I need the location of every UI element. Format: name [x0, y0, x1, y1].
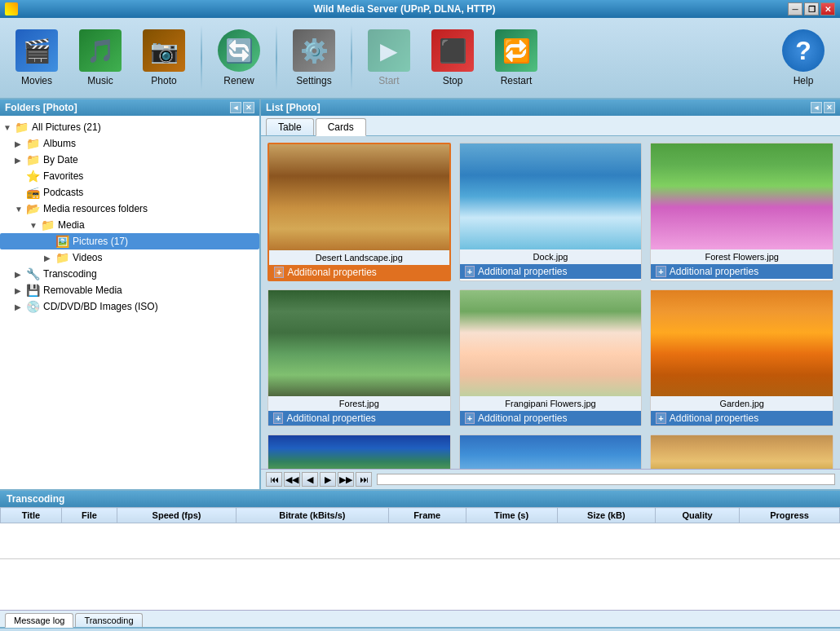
- close-button[interactable]: ✕: [820, 2, 835, 15]
- expander-pictures: [44, 237, 55, 246]
- tab-message-log[interactable]: Message log: [5, 613, 73, 628]
- toolbar-separator-1: [201, 25, 202, 90]
- expander-favorites: [15, 172, 26, 181]
- tree-item-pictures[interactable]: 🖼️ Pictures (17): [0, 233, 259, 249]
- renew-button[interactable]: Renew: [209, 21, 269, 95]
- right-panel-pin-button[interactable]: ◄: [811, 102, 822, 113]
- card-props-desert[interactable]: + Additional properties: [269, 265, 449, 280]
- card-image-garden: [651, 290, 833, 396]
- nav-next-fast-button[interactable]: ▶▶: [338, 472, 354, 487]
- toolbar: Movies Music Photo Renew Settings Start …: [0, 18, 840, 99]
- nav-prev-fast-button[interactable]: ◀◀: [284, 472, 300, 487]
- tree-item-media[interactable]: ▼ 📁 Media: [0, 217, 259, 233]
- panels-row: Folders [Photo] ◄ ✕ ▼ 📁 All Pictures (21…: [0, 99, 840, 489]
- col-file: File: [61, 508, 117, 523]
- transcoding-table: Title File Speed (fps) Bitrate (kBits/s)…: [0, 507, 840, 558]
- tab-table[interactable]: Table: [266, 118, 314, 135]
- tree-item-all-pictures[interactable]: ▼ 📁 All Pictures (21): [0, 119, 259, 135]
- help-label: Help: [794, 75, 814, 86]
- tree-item-podcasts[interactable]: 📻 Podcasts: [0, 184, 259, 201]
- tab-cards[interactable]: Cards: [316, 118, 366, 136]
- props-plus-forest-flowers: +: [656, 266, 665, 277]
- left-panel: Folders [Photo] ◄ ✕ ▼ 📁 All Pictures (21…: [0, 99, 261, 489]
- label-media-resources: Media resources folders: [43, 203, 148, 214]
- props-label-forest-flowers: Additional properties: [670, 266, 758, 277]
- movies-button[interactable]: Movies: [7, 21, 67, 95]
- label-favorites: Favorites: [43, 170, 83, 182]
- tab-transcoding-bottom[interactable]: Transcoding: [75, 613, 142, 627]
- help-button[interactable]: Help: [773, 21, 833, 95]
- nav-last-button[interactable]: ⏭: [356, 472, 372, 487]
- col-quality: Quality: [656, 508, 740, 523]
- restart-button[interactable]: Restart: [486, 21, 546, 95]
- props-plus-desert: +: [274, 267, 284, 278]
- tree-item-removable[interactable]: ▶ 💾 Removable Media: [0, 282, 259, 298]
- icon-favorites: ⭐: [26, 170, 40, 183]
- card-props-dock[interactable]: + Additional properties: [460, 264, 642, 279]
- card-title-frangipani: Frangipani Flowers.jpg: [460, 396, 642, 411]
- card-props-frangipani[interactable]: + Additional properties: [460, 411, 642, 426]
- start-button[interactable]: Start: [359, 21, 419, 95]
- folders-title: Folders [Photo]: [5, 102, 77, 113]
- card-props-garden[interactable]: + Additional properties: [651, 411, 833, 426]
- card-image-desert: [269, 144, 449, 250]
- restore-button[interactable]: ❐: [804, 2, 819, 15]
- tree-item-albums[interactable]: ▶ 📁 Albums: [0, 135, 259, 152]
- expander-removable: ▶: [15, 286, 26, 295]
- tree-item-media-resources[interactable]: ▼ 📂 Media resources folders: [0, 201, 259, 217]
- tree-item-by-date[interactable]: ▶ 📁 By Date: [0, 152, 259, 168]
- expander-by-date: ▶: [15, 156, 26, 165]
- panel-pin-button[interactable]: ◄: [230, 102, 241, 113]
- panel-close-button[interactable]: ✕: [243, 102, 254, 113]
- icon-removable: 💾: [26, 284, 40, 297]
- col-title: Title: [1, 508, 62, 523]
- props-label-dock: Additional properties: [478, 266, 567, 277]
- card-title-forest-flowers: Forest Flowers.jpg: [651, 249, 833, 264]
- props-plus-garden: +: [656, 413, 665, 424]
- start-icon: [368, 29, 410, 72]
- card-props-forest-flowers[interactable]: + Additional properties: [651, 264, 833, 279]
- nav-prev-button[interactable]: ◀: [302, 472, 318, 487]
- movies-label: Movies: [21, 75, 52, 86]
- tree-item-cdrom[interactable]: ▶ 💿 CD/DVD/BD Images (ISO): [0, 298, 259, 315]
- music-button[interactable]: Music: [70, 21, 130, 95]
- tree-item-favorites[interactable]: ⭐ Favorites: [0, 168, 259, 184]
- card-frangipani[interactable]: Frangipani Flowers.jpg + Additional prop…: [459, 289, 643, 426]
- cards-grid: Desert Landscape.jpg + Additional proper…: [261, 136, 840, 469]
- photo-button[interactable]: Photo: [134, 21, 194, 95]
- props-plus-forest: +: [273, 413, 283, 424]
- toolbar-separator-2: [276, 25, 277, 90]
- tree-item-transcoding-tree[interactable]: ▶ 🔧 Transcoding: [0, 266, 259, 282]
- restart-label: Restart: [501, 75, 533, 86]
- card-forest[interactable]: Forest.jpg + Additional properties: [267, 289, 451, 426]
- col-bitrate: Bitrate (kBits/s): [237, 508, 389, 523]
- nav-scrollbar[interactable]: [377, 474, 835, 485]
- card-dock[interactable]: Dock.jpg + Additional properties: [459, 143, 643, 281]
- card-image-forest-flowers: [651, 143, 833, 249]
- col-frame: Frame: [388, 508, 466, 523]
- stop-button[interactable]: Stop: [422, 21, 483, 95]
- nav-first-button[interactable]: ⏮: [266, 472, 282, 487]
- right-panel-close-button[interactable]: ✕: [824, 102, 835, 113]
- card-whale[interactable]: [459, 435, 643, 469]
- icon-media-resources: 📂: [26, 202, 40, 215]
- tree-item-videos[interactable]: ▶ 📁 Videos: [0, 249, 259, 266]
- col-size: Size (kB): [557, 508, 655, 523]
- stop-icon: [431, 29, 474, 72]
- expander-media-resources: ▼: [15, 205, 26, 214]
- card-title-desert: Desert Landscape.jpg: [269, 250, 449, 265]
- icon-pictures: 🖼️: [55, 235, 69, 248]
- card-dunes[interactable]: [650, 435, 833, 469]
- nav-next-button[interactable]: ▶: [320, 472, 336, 487]
- label-albums: Albums: [43, 138, 76, 149]
- card-desert[interactable]: Desert Landscape.jpg + Additional proper…: [267, 143, 451, 281]
- app-icon: [5, 2, 18, 15]
- settings-button[interactable]: Settings: [284, 21, 344, 95]
- minimize-button[interactable]: ─: [788, 2, 802, 15]
- card-forest-flowers[interactable]: Forest Flowers.jpg + Additional properti…: [650, 143, 833, 281]
- props-label-frangipani: Additional properties: [478, 413, 567, 424]
- card-turtle[interactable]: [267, 435, 451, 469]
- card-garden[interactable]: Garden.jpg + Additional properties: [650, 289, 833, 426]
- card-image-whale: [460, 435, 642, 469]
- card-props-forest[interactable]: + Additional properties: [268, 411, 450, 426]
